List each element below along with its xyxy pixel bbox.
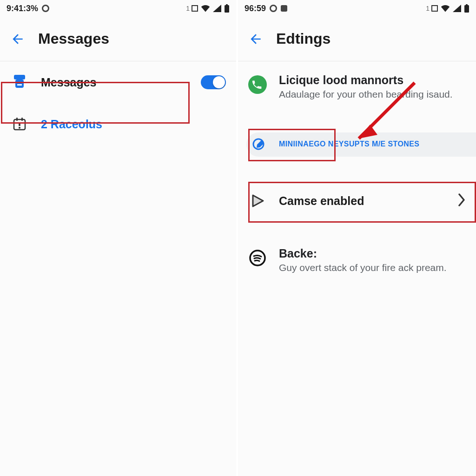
app-bar: Edtings: [238, 17, 476, 61]
row-chip[interactable]: MINIINAEGO NEYSUPTS M/E STONES: [238, 127, 476, 161]
cell-signal-icon: [453, 5, 461, 12]
svg-rect-11: [464, 5, 469, 13]
svg-rect-5: [17, 84, 22, 86]
svg-rect-0: [225, 5, 229, 13]
clock-text: 9:41:3%: [7, 4, 38, 13]
row-raceolus-label: 2 Raceolus: [41, 118, 226, 131]
svg-rect-8: [21, 118, 23, 121]
row-licique[interactable]: Licique lood mannorts Adaulage for your …: [238, 67, 476, 106]
row-messages[interactable]: Messages: [0, 61, 236, 103]
svg-rect-3: [15, 79, 24, 88]
phone-circle-icon: [248, 75, 267, 94]
wifi-icon: [201, 5, 210, 12]
page-title: Messages: [38, 30, 109, 47]
status-indicator2-icon: [281, 5, 287, 12]
svg-rect-9: [19, 122, 20, 126]
sim-indicator: 1: [426, 5, 430, 12]
svg-rect-12: [466, 4, 468, 6]
status-indicator-icon: [42, 5, 49, 12]
svg-rect-2: [14, 75, 25, 79]
svg-rect-10: [19, 127, 20, 129]
chevron-right-icon: [457, 193, 466, 208]
chip-label: MINIINAEGO NEYSUPTS M/E STONES: [279, 140, 419, 148]
nfc-icon: [192, 5, 198, 12]
svg-point-13: [248, 75, 267, 94]
row-camse[interactable]: Camse enabled: [238, 181, 476, 221]
status-time: 9:41:3%: [7, 4, 49, 13]
svg-rect-4: [17, 82, 22, 83]
messages-icon: [10, 73, 29, 92]
back-arrow-icon: [248, 32, 263, 46]
toggle-messages[interactable]: [201, 75, 226, 89]
app-bar: Messages: [0, 17, 236, 61]
toggle-thumb: [213, 76, 225, 88]
compose-icon: [251, 136, 268, 152]
status-icons: 1: [186, 4, 230, 13]
row-messages-label: Messages: [41, 76, 189, 89]
battery-icon: [464, 4, 469, 13]
pane-right: 96:59 1 Edtings Licique lood mannorts Ad…: [238, 0, 476, 476]
back-button[interactable]: [248, 32, 263, 46]
page-title: Edtings: [276, 30, 331, 47]
status-time: 96:59: [245, 4, 287, 13]
clock-text: 96:59: [245, 4, 266, 13]
status-icons: 1: [426, 4, 469, 13]
calendar-alert-icon: [10, 115, 29, 133]
play-outline-icon: [248, 192, 267, 210]
back-arrow-icon: [10, 32, 25, 46]
status-bar: 9:41:3% 1: [0, 0, 236, 17]
spotify-like-icon: [248, 249, 267, 267]
row-backe-sub: Guy overt stack of your fire ack pream.: [279, 262, 466, 273]
back-button[interactable]: [10, 32, 25, 46]
nfc-icon: [431, 5, 438, 12]
battery-icon: [224, 4, 230, 13]
status-bar: 96:59 1: [238, 0, 476, 17]
status-indicator-icon: [270, 5, 277, 12]
row-camse-label: Camse enabled: [279, 194, 445, 208]
wifi-icon: [441, 5, 450, 12]
row-raceolus[interactable]: 2 Raceolus: [0, 103, 236, 145]
row-licique-sub: Adaulage for your othen bearding isaud.: [279, 89, 466, 100]
row-backe[interactable]: Backe: Guy overt stack of your fire ack …: [238, 240, 476, 280]
row-licique-title: Licique lood mannorts: [279, 73, 466, 87]
pane-left: 9:41:3% 1 Messages Messages 2 Raceol: [0, 0, 238, 476]
svg-rect-1: [226, 4, 228, 6]
sim-indicator: 1: [186, 5, 190, 12]
row-backe-title: Backe:: [279, 247, 466, 260]
svg-rect-7: [16, 118, 18, 121]
cell-signal-icon: [213, 5, 221, 12]
